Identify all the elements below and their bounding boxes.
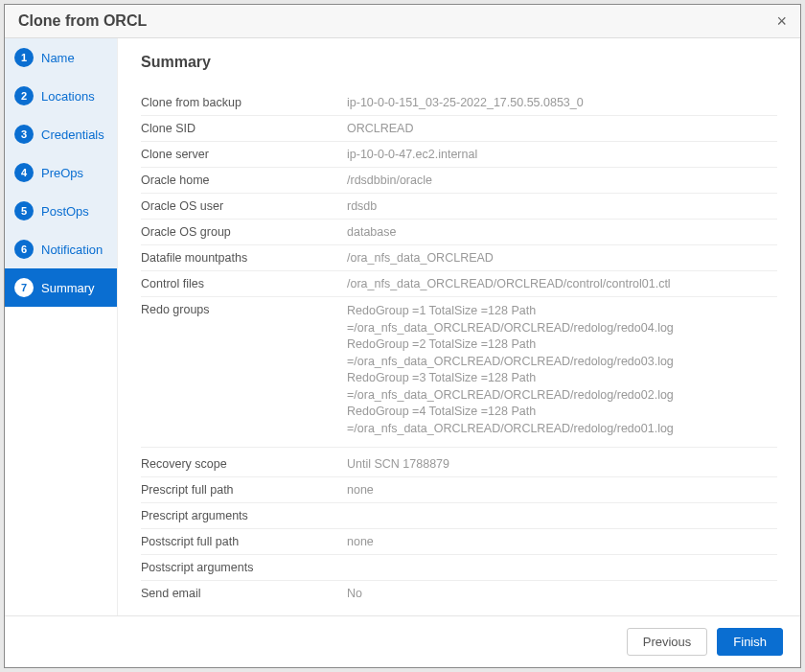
key: Postscript full path xyxy=(141,535,347,548)
step-summary[interactable]: 7 Summary xyxy=(5,268,117,307)
body: 1 Name 2 Locations 3 Credentials 4 PreOp… xyxy=(5,38,800,615)
key: Redo groups xyxy=(141,303,347,316)
val: No xyxy=(347,587,777,600)
step-label: Name xyxy=(41,51,75,65)
row-redo-groups: Redo groups RedoGroup =1 TotalSize =128 … xyxy=(141,297,777,448)
row-oracle-home: Oracle home /rdsdbbin/oracle xyxy=(141,168,777,194)
row-prescript-arguments: Prescript arguments xyxy=(141,503,777,529)
val: /rdsdbbin/oracle xyxy=(347,174,777,187)
val: rdsdb xyxy=(347,199,777,213)
clone-wizard-window: Clone from ORCL × 1 Name 2 Locations 3 C… xyxy=(4,4,801,668)
step-label: PreOps xyxy=(41,166,83,180)
wizard-sidebar: 1 Name 2 Locations 3 Credentials 4 PreOp… xyxy=(5,38,118,615)
key: Postscript arguments xyxy=(141,561,347,574)
step-label: Locations xyxy=(41,89,95,104)
key: Prescript full path xyxy=(141,483,347,497)
key: Oracle home xyxy=(141,174,347,187)
key: Control files xyxy=(141,277,347,290)
row-control-files: Control files /ora_nfs_data_ORCLREAD/ORC… xyxy=(141,271,777,297)
page-heading: Summary xyxy=(141,54,777,71)
row-send-email: Send email No xyxy=(141,581,777,606)
step-postops[interactable]: 5 PostOps xyxy=(5,192,117,230)
step-label: PostOps xyxy=(41,204,89,219)
summary-table: Clone from backup ip-10-0-0-151_03-25-20… xyxy=(141,90,777,606)
step-number-icon: 1 xyxy=(14,48,34,67)
redo-line: RedoGroup =3 TotalSize =128 Path =/ora_n… xyxy=(347,370,777,404)
key: Recovery scope xyxy=(141,457,347,471)
step-number-icon: 7 xyxy=(14,278,34,297)
row-postscript-full-path: Postscript full path none xyxy=(141,529,777,555)
step-notification[interactable]: 6 Notification xyxy=(5,230,117,268)
footer: Previous Finish xyxy=(5,615,800,667)
step-number-icon: 6 xyxy=(14,240,34,259)
step-name[interactable]: 1 Name xyxy=(5,38,117,77)
step-locations[interactable]: 2 Locations xyxy=(5,77,117,115)
val: none xyxy=(347,483,777,497)
titlebar: Clone from ORCL × xyxy=(5,5,800,38)
key: Clone from backup xyxy=(141,96,347,109)
val: RedoGroup =1 TotalSize =128 Path =/ora_n… xyxy=(347,303,777,437)
val: ip-10-0-0-47.ec2.internal xyxy=(347,148,777,161)
val: /ora_nfs_data_ORCLREAD/ORCLREAD/control/… xyxy=(347,277,777,290)
window-title: Clone from ORCL xyxy=(18,12,147,30)
key: Clone server xyxy=(141,148,347,161)
key: Datafile mountpaths xyxy=(141,251,347,265)
row-postscript-arguments: Postscript arguments xyxy=(141,555,777,581)
previous-button[interactable]: Previous xyxy=(627,628,708,656)
key: Send email xyxy=(141,587,347,600)
close-button[interactable]: × xyxy=(776,12,787,30)
key: Oracle OS user xyxy=(141,199,347,213)
key: Prescript arguments xyxy=(141,509,347,522)
key: Clone SID xyxy=(141,122,347,135)
main-panel: Summary Clone from backup ip-10-0-0-151_… xyxy=(118,38,800,615)
step-label: Summary xyxy=(41,281,95,295)
step-credentials[interactable]: 3 Credentials xyxy=(5,115,117,153)
step-label: Notification xyxy=(41,243,103,257)
step-number-icon: 2 xyxy=(14,86,34,105)
row-clone-sid: Clone SID ORCLREAD xyxy=(141,116,777,142)
finish-button[interactable]: Finish xyxy=(717,628,783,656)
val: none xyxy=(347,535,777,548)
row-oracle-os-user: Oracle OS user rdsdb xyxy=(141,194,777,220)
step-number-icon: 4 xyxy=(14,163,34,182)
step-preops[interactable]: 4 PreOps xyxy=(5,153,117,192)
val: Until SCN 1788879 xyxy=(347,457,777,471)
val: /ora_nfs_data_ORCLREAD xyxy=(347,251,777,265)
row-prescript-full-path: Prescript full path none xyxy=(141,477,777,503)
row-clone-server: Clone server ip-10-0-0-47.ec2.internal xyxy=(141,142,777,168)
val: ORCLREAD xyxy=(347,122,777,135)
step-label: Credentials xyxy=(41,127,104,142)
redo-line: RedoGroup =4 TotalSize =128 Path =/ora_n… xyxy=(347,404,777,437)
val: ip-10-0-0-151_03-25-2022_17.50.55.0853_0 xyxy=(347,96,777,109)
row-clone-from-backup: Clone from backup ip-10-0-0-151_03-25-20… xyxy=(141,90,777,116)
row-oracle-os-group: Oracle OS group database xyxy=(141,220,777,245)
key: Oracle OS group xyxy=(141,225,347,239)
redo-line: RedoGroup =2 TotalSize =128 Path =/ora_n… xyxy=(347,336,777,370)
row-datafile-mountpaths: Datafile mountpaths /ora_nfs_data_ORCLRE… xyxy=(141,245,777,271)
step-number-icon: 3 xyxy=(14,125,34,144)
row-recovery-scope: Recovery scope Until SCN 1788879 xyxy=(141,452,777,477)
val: database xyxy=(347,225,777,239)
redo-line: RedoGroup =1 TotalSize =128 Path =/ora_n… xyxy=(347,303,777,336)
step-number-icon: 5 xyxy=(14,201,34,220)
